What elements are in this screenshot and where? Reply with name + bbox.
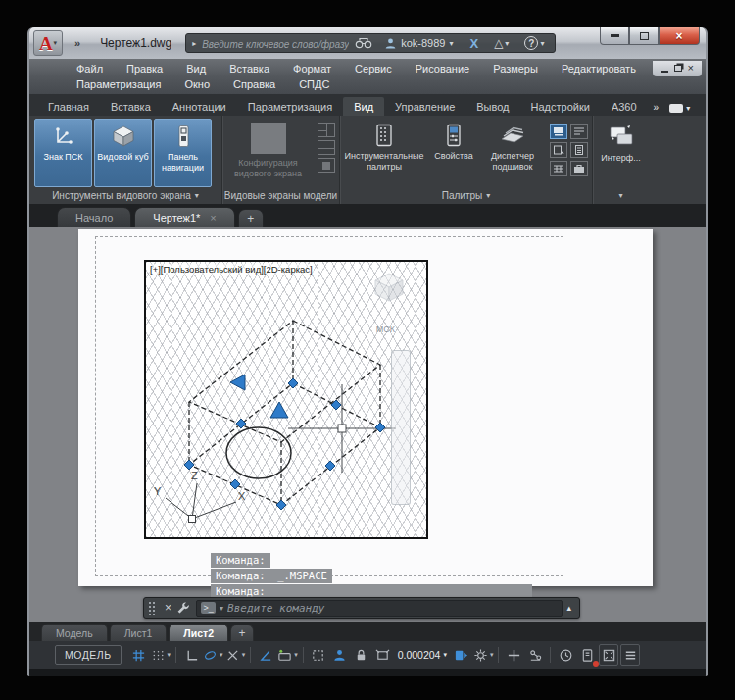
ribbon-tab-parametric[interactable]: Параметризация [237, 97, 343, 116]
viewport-split-horizontal-icon[interactable] [318, 140, 335, 155]
palette-blocks-icon[interactable] [550, 124, 567, 139]
doc-restore-icon[interactable] [674, 65, 682, 72]
menu-draw[interactable]: Рисование [404, 61, 481, 76]
menu-modify[interactable]: Редактировать [550, 61, 648, 76]
ribbon-tab-addins[interactable]: Надстройки [520, 97, 601, 116]
object-snap-tracking-button[interactable]: ▾ [225, 644, 246, 666]
viewport-controls-label[interactable]: [+][Пользовательский вид][2D-каркас] [149, 264, 314, 275]
layout-tab-list1[interactable]: Лист1 [110, 624, 168, 641]
autoscale-lock-button[interactable] [352, 644, 371, 666]
viewcube-button[interactable]: Видовой куб [94, 119, 152, 187]
ribbon-tab-home[interactable]: Главная [37, 97, 100, 116]
palette-markup-icon[interactable] [550, 142, 567, 158]
crosshair-isolate-button[interactable] [504, 644, 523, 666]
viewport-join-icon[interactable] [318, 123, 335, 137]
annotation-scale-icon-button[interactable] [373, 644, 393, 666]
grip-mid-sw[interactable] [230, 479, 240, 489]
fullscreen-button[interactable] [599, 644, 618, 666]
grip-corner-s[interactable] [276, 500, 286, 510]
panel-palettes-label[interactable]: Палитры ▾ [340, 187, 592, 204]
command-prompt-icon[interactable]: >_ [201, 602, 216, 614]
ribbon-minimize-button[interactable]: ▾ [663, 101, 696, 116]
customization-menu-button[interactable] [620, 644, 640, 666]
command-bar-close-icon[interactable]: × [160, 601, 176, 615]
ucs-icon-button[interactable]: Знак ПСК [34, 119, 92, 187]
sign-in-user[interactable]: kok-8989 ▾ [378, 37, 459, 50]
customize-wrench-icon[interactable] [176, 601, 190, 615]
panel-model-viewports-label[interactable]: Видовые экраны модели [222, 187, 339, 204]
doc-minimize-icon[interactable] [661, 71, 668, 73]
ribbon-tab-manage[interactable]: Управление [384, 97, 466, 116]
selection-grips[interactable] [184, 375, 385, 510]
command-input[interactable] [227, 602, 558, 615]
notification-button[interactable] [577, 644, 597, 666]
model-space-button[interactable]: МОДЕЛЬ [55, 645, 122, 665]
properties-button[interactable]: Свойства [426, 119, 481, 187]
workspace-switching-button[interactable]: ▾ [473, 644, 494, 666]
isometric-drafting-button[interactable]: ▾ [203, 644, 223, 666]
viewcube-widget[interactable] [373, 272, 405, 303]
menu-file[interactable]: Файл [65, 61, 115, 76]
command-expand-icon[interactable]: ▴ [563, 603, 575, 613]
maximize-button[interactable] [629, 27, 659, 45]
ribbon-tab-insert[interactable]: Вставка [100, 97, 162, 116]
annotation-autoscale-button[interactable] [452, 644, 471, 666]
clock-clean-screen-button[interactable] [556, 644, 575, 666]
search-box[interactable] [202, 34, 349, 52]
grip-arrow-up[interactable] [270, 402, 288, 418]
navigation-bar-button[interactable]: Панель навигации [154, 119, 212, 187]
drawing-canvas[interactable]: Z Y X [+][Пользовательский вид][2D-карка… [29, 227, 706, 622]
grid-display-button[interactable] [129, 644, 149, 666]
palette-count-icon[interactable] [570, 124, 588, 139]
file-tab-close-icon[interactable]: × [210, 212, 216, 224]
help-button[interactable]: ? ▾ [519, 36, 549, 50]
ribbon-tab-view[interactable]: Вид [343, 97, 384, 116]
snap-mode-button[interactable]: ▾ [151, 644, 172, 666]
command-bar-grip[interactable] [148, 601, 155, 615]
new-drawing-tab-button[interactable]: + [238, 209, 264, 227]
graphics-performance-button[interactable] [525, 644, 545, 666]
layout-viewport[interactable]: Z Y X [+][Пользовательский вид][2D-карка… [144, 260, 428, 539]
app-menu-button[interactable]: A ▾ [33, 30, 63, 56]
panel-interface-label[interactable]: ▾ [593, 187, 649, 204]
command-input-field[interactable]: >_ ▾ [196, 600, 563, 617]
close-button[interactable]: × [659, 27, 700, 45]
menu-view[interactable]: Вид [174, 61, 218, 76]
palette-calculator-icon[interactable] [570, 142, 588, 158]
layout-tab-model[interactable]: Модель [41, 624, 108, 641]
ribbon-tab-a360[interactable]: A360 [601, 97, 648, 116]
menu-dimension[interactable]: Размеры [481, 61, 550, 76]
quick-access-overflow-button[interactable]: » [67, 37, 86, 49]
menu-format[interactable]: Формат [281, 61, 343, 76]
grip-corner-w[interactable] [184, 460, 194, 470]
new-layout-button[interactable]: + [230, 625, 254, 641]
menu-edit[interactable]: Правка [115, 61, 174, 76]
exchange-apps-button[interactable]: X [465, 36, 483, 51]
sheet-set-manager-button[interactable]: Диспетчер подшивок [485, 119, 540, 187]
viewport-configuration-button[interactable]: Конфигурация видового экрана [226, 119, 310, 180]
wcs-label[interactable]: МСК [376, 325, 395, 334]
palette-toolbox-icon[interactable] [570, 161, 588, 176]
dynamic-input-button[interactable]: ▾ [277, 644, 298, 666]
chevron-right-icon[interactable]: ▸ [192, 39, 196, 48]
minimize-button[interactable] [600, 27, 629, 45]
ribbon-tab-output[interactable]: Вывод [466, 97, 519, 116]
chevron-down-icon[interactable]: ▾ [220, 604, 223, 613]
viewport-restore-icon[interactable] [318, 158, 335, 173]
a360-button[interactable]: △ ▾ [489, 36, 514, 50]
polar-tracking-button[interactable] [256, 644, 275, 666]
palette-dbconnect-icon[interactable] [550, 161, 567, 176]
ortho-mode-button[interactable] [181, 644, 201, 666]
annotation-scale-value[interactable]: 0.000204 ▾ [395, 649, 450, 661]
ribbon-tab-overflow-button[interactable]: » [648, 98, 664, 116]
search-input[interactable] [202, 39, 349, 50]
file-tab-start[interactable]: Начало [57, 207, 131, 227]
menu-parametric[interactable]: Параметризация [65, 76, 172, 92]
tool-palettes-button[interactable]: Инструментальные палитры [346, 119, 422, 187]
selection-cycling-button[interactable] [309, 644, 328, 666]
interface-button[interactable]: Интерф... [597, 119, 646, 187]
navigation-bar-widget[interactable] [391, 350, 411, 505]
doc-close-icon[interactable]: × [688, 63, 694, 74]
menu-window[interactable]: Окно [172, 76, 221, 92]
panel-viewport-tools-label[interactable]: Инструменты видового экрана ▾ [29, 187, 221, 204]
